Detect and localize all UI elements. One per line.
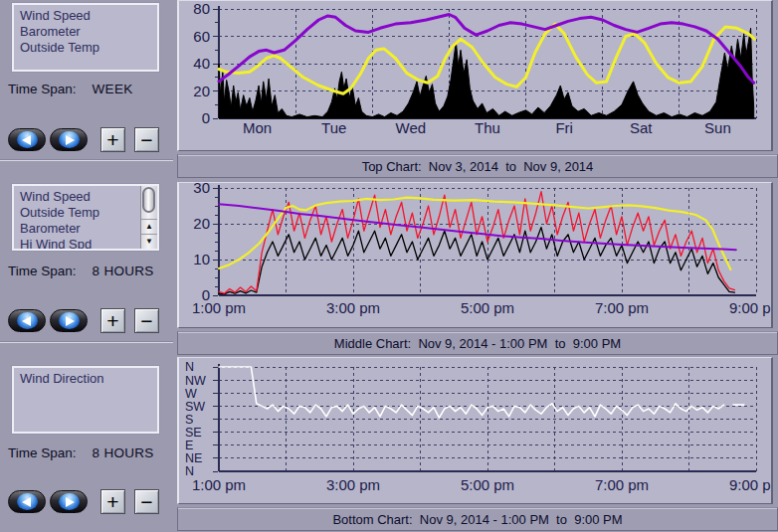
x-axis-label: Tue	[321, 119, 346, 136]
top-chart-datatype-listbox[interactable]: Wind Speed Barometer Outside Temp	[12, 3, 159, 72]
series-wind-direction	[219, 367, 724, 418]
chart-column: 020406080MonTueWedThuFriSatSun Top Chart…	[177, 0, 778, 532]
arrow-right-icon	[59, 493, 80, 510]
arrow-right-icon	[59, 131, 80, 148]
weather-chart-window: Wind Speed Barometer Outside Temp Time S…	[0, 0, 778, 532]
y-axis-label: 10	[193, 251, 210, 267]
arrow-left-icon	[17, 493, 38, 510]
y-axis-label: 20	[193, 83, 210, 99]
middle-chart-plot: 01020301:00 pm3:00 pm5:00 pm7:00 pm9:00 …	[179, 183, 771, 327]
x-axis-label: 9:00 pm	[729, 299, 771, 316]
arrow-left-icon	[17, 312, 38, 329]
list-item[interactable]: Wind Speed	[20, 8, 157, 24]
bottom-chart-timespan: Time Span: 8 HOURS	[8, 445, 154, 460]
x-axis-label: 3:00 pm	[326, 299, 380, 316]
y-axis-label: 20	[193, 215, 210, 232]
top-chart-caption: Top Chart: Nov 3, 2014 to Nov 9, 2014	[362, 159, 594, 174]
x-axis-label: Fri	[555, 119, 573, 136]
x-axis-label: Sun	[704, 119, 731, 136]
middle-chart-controls: Wind Speed Outside Temp Barometer Hi Win…	[0, 161, 177, 341]
scroll-left-button[interactable]	[8, 309, 46, 332]
x-axis-label: Sat	[630, 119, 653, 136]
x-axis-label: 1:00 pm	[192, 299, 246, 316]
x-axis-label: 9:00 pm	[729, 476, 771, 493]
x-axis-label: 5:00 pm	[461, 299, 514, 316]
timespan-value: WEEK	[93, 82, 133, 96]
scroll-up-arrow-icon[interactable]: ▲	[141, 219, 157, 234]
y-axis-label: SE	[185, 426, 202, 440]
zoom-in-button[interactable]: +	[100, 308, 125, 333]
y-axis-label: NW	[185, 374, 206, 388]
x-axis-label: 7:00 pm	[595, 476, 649, 493]
x-axis-label: Mon	[243, 119, 272, 136]
y-axis-label: 80	[193, 1, 210, 17]
x-axis-label: Thu	[475, 119, 500, 136]
x-axis-label: 3:00 pm	[326, 476, 380, 493]
list-item[interactable]: Outside Temp	[20, 205, 139, 221]
y-axis-label: 0	[202, 109, 210, 126]
x-axis-label: 5:00 pm	[461, 476, 514, 493]
y-axis-label: W	[185, 387, 197, 401]
list-item[interactable]: Barometer	[20, 24, 157, 40]
timespan-value: 8 HOURS	[93, 264, 154, 278]
list-item[interactable]: Wind Direction	[20, 371, 157, 387]
zoom-out-button[interactable]: −	[134, 308, 159, 333]
scrollbar-thumb[interactable]	[142, 187, 155, 213]
arrow-left-icon	[17, 131, 38, 148]
scroll-right-button[interactable]	[50, 490, 88, 513]
y-axis-label: 40	[193, 55, 210, 72]
scroll-right-button[interactable]	[50, 128, 88, 151]
bottom-chart-nav-buttons: + −	[8, 489, 159, 514]
zoom-out-button[interactable]: −	[134, 127, 159, 152]
middle-chart-nav-buttons: + −	[8, 308, 159, 333]
bottom-chart-caption: Bottom Chart: Nov 9, 2014 - 1:00 PM to 9…	[332, 512, 622, 527]
x-axis-label: Wed	[396, 119, 427, 136]
top-chart-caption-bar: Top Chart: Nov 3, 2014 to Nov 9, 2014	[177, 154, 778, 178]
x-axis-label: 1:00 pm	[192, 476, 246, 493]
timespan-value: 8 HOURS	[93, 445, 154, 460]
list-item[interactable]: Hi Wind Spd	[20, 237, 139, 251]
bottom-chart-panel: NNWWSWSSEENEN1:00 pm3:00 pm5:00 pm7:00 p…	[177, 357, 773, 504]
series-barometer	[219, 204, 736, 250]
y-axis-label: E	[185, 439, 193, 452]
y-axis-label: 30	[193, 183, 210, 196]
bottom-chart-caption-bar: Bottom Chart: Nov 9, 2014 - 1:00 PM to 9…	[177, 507, 778, 531]
bottom-chart-controls: Wind Direction Time Span: 8 HOURS + −	[0, 343, 177, 522]
scroll-right-button[interactable]	[50, 309, 88, 332]
middle-chart-caption-bar: Middle Chart: Nov 9, 2014 - 1:00 PM to 9…	[177, 331, 778, 355]
arrow-right-icon	[59, 312, 80, 329]
list-item[interactable]: Wind Speed	[20, 189, 139, 205]
scroll-left-button[interactable]	[8, 128, 46, 151]
top-chart-panel: 020406080MonTueWedThuFriSatSun	[177, 0, 773, 151]
y-axis-label: N	[185, 360, 194, 374]
series-outside-temp	[219, 24, 755, 93]
list-item[interactable]: Barometer	[20, 221, 139, 237]
x-axis-label: 7:00 pm	[595, 299, 649, 316]
y-axis-label: 60	[193, 28, 210, 45]
bottom-chart-datatype-listbox[interactable]: Wind Direction	[12, 366, 159, 434]
top-chart-nav-buttons: + −	[8, 127, 159, 152]
top-chart-timespan: Time Span: WEEK	[8, 82, 133, 96]
scroll-down-arrow-icon[interactable]: ▼	[141, 234, 157, 249]
middle-chart-panel: 01020301:00 pm3:00 pm5:00 pm7:00 pm9:00 …	[177, 182, 773, 328]
y-axis-label: NE	[185, 451, 202, 465]
top-chart-plot: 020406080MonTueWedThuFriSatSun	[179, 1, 771, 150]
timespan-label: Time Span:	[8, 445, 77, 460]
y-axis-label: SW	[185, 400, 205, 414]
bottom-chart-plot: NNWWSWSSEENEN1:00 pm3:00 pm5:00 pm7:00 p…	[179, 358, 771, 503]
list-item[interactable]: Outside Temp	[20, 40, 157, 56]
scroll-left-button[interactable]	[8, 490, 46, 513]
zoom-in-button[interactable]: +	[100, 127, 125, 152]
zoom-in-button[interactable]: +	[100, 489, 125, 514]
y-axis-label: S	[185, 413, 193, 427]
middle-chart-caption: Middle Chart: Nov 9, 2014 - 1:00 PM to 9…	[334, 336, 621, 351]
middle-chart-timespan: Time Span: 8 HOURS	[8, 264, 154, 278]
top-chart-controls: Wind Speed Barometer Outside Temp Time S…	[0, 0, 177, 159]
middle-chart-datatype-listbox[interactable]: Wind Speed Outside Temp Barometer Hi Win…	[12, 184, 159, 251]
timespan-label: Time Span:	[8, 264, 77, 278]
sidebar: Wind Speed Barometer Outside Temp Time S…	[0, 0, 177, 532]
zoom-out-button[interactable]: −	[134, 489, 159, 514]
timespan-label: Time Span:	[8, 82, 77, 96]
listbox-scrollbar[interactable]: ▲ ▼	[140, 186, 157, 249]
